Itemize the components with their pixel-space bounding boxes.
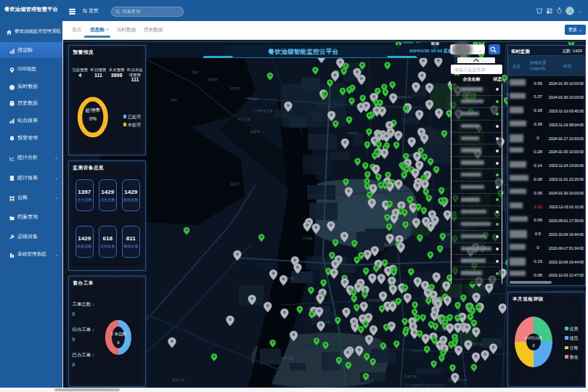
svg-text:中国银行: 中国银行 (346, 131, 359, 135)
svg-text:0: 0 (532, 343, 534, 348)
svg-text:水南沟: 水南沟 (230, 86, 240, 90)
svg-text:汽北路: 汽北路 (303, 237, 313, 240)
svg-text:0: 0 (117, 340, 120, 345)
svg-text:0%: 0% (89, 116, 96, 121)
svg-text:九汇大道: 九汇大道 (237, 118, 250, 121)
svg-text:紫津大道: 紫津大道 (172, 378, 185, 382)
svg-text:©2024 高德软件 GS(2021)6375号: ©2024 高德软件 GS(2021)6375号 (403, 383, 446, 387)
svg-text:海樱林酒店: 海樱林酒店 (397, 95, 414, 99)
svg-text:处理率: 处理率 (85, 107, 100, 113)
svg-text:香渡天城: 香渡天城 (281, 356, 294, 360)
svg-text:工单总数: 工单总数 (110, 332, 126, 336)
svg-text:西氿: 西氿 (368, 378, 375, 382)
svg-text:参与评定企业总数: 参与评定企业总数 (526, 336, 542, 340)
svg-text:毛果村: 毛果村 (248, 97, 258, 102)
